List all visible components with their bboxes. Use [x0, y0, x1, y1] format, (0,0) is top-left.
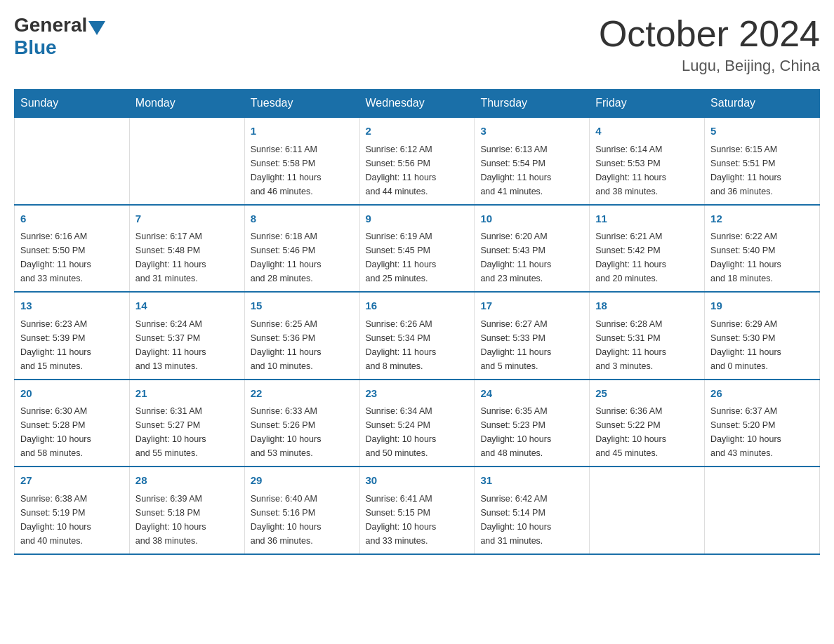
day-info: Sunrise: 6:12 AMSunset: 5:56 PMDaylight:…: [366, 142, 469, 199]
day-info: Sunrise: 6:31 AMSunset: 5:27 PMDaylight:…: [135, 404, 239, 460]
day-info: Sunrise: 6:27 AMSunset: 5:33 PMDaylight:…: [480, 317, 583, 373]
calendar-cell: 13Sunrise: 6:23 AMSunset: 5:39 PMDayligh…: [15, 292, 130, 380]
logo-general-text: General: [14, 14, 87, 36]
day-info: Sunrise: 6:22 AMSunset: 5:40 PMDaylight:…: [710, 229, 814, 286]
calendar-week-row: 13Sunrise: 6:23 AMSunset: 5:39 PMDayligh…: [15, 292, 820, 380]
calendar-cell: 17Sunrise: 6:27 AMSunset: 5:33 PMDayligh…: [475, 292, 590, 380]
calendar-cell: 27Sunrise: 6:38 AMSunset: 5:19 PMDayligh…: [15, 467, 130, 554]
day-info: Sunrise: 6:29 AMSunset: 5:30 PMDaylight:…: [710, 317, 814, 373]
day-info: Sunrise: 6:15 AMSunset: 5:51 PMDaylight:…: [710, 142, 814, 199]
calendar-cell: 7Sunrise: 6:17 AMSunset: 5:48 PMDaylight…: [129, 205, 244, 293]
day-info: Sunrise: 6:39 AMSunset: 5:18 PMDaylight:…: [135, 492, 239, 548]
day-number: 11: [595, 211, 699, 227]
logo-blue-text: Blue: [14, 36, 57, 59]
day-info: Sunrise: 6:26 AMSunset: 5:34 PMDaylight:…: [366, 317, 469, 373]
page-header: General Blue October 2024 Lugu, Beijing,…: [14, 14, 820, 75]
calendar-cell: 14Sunrise: 6:24 AMSunset: 5:37 PMDayligh…: [129, 292, 244, 380]
day-info: Sunrise: 6:11 AMSunset: 5:58 PMDaylight:…: [251, 142, 354, 199]
day-info: Sunrise: 6:35 AMSunset: 5:23 PMDaylight:…: [480, 404, 583, 460]
day-info: Sunrise: 6:17 AMSunset: 5:48 PMDaylight:…: [135, 229, 239, 286]
day-info: Sunrise: 6:18 AMSunset: 5:46 PMDaylight:…: [251, 229, 354, 286]
calendar-week-row: 20Sunrise: 6:30 AMSunset: 5:28 PMDayligh…: [15, 380, 820, 467]
calendar-cell: 26Sunrise: 6:37 AMSunset: 5:20 PMDayligh…: [705, 380, 820, 467]
day-number: 8: [251, 211, 354, 227]
calendar-cell: 3Sunrise: 6:13 AMSunset: 5:54 PMDaylight…: [475, 117, 590, 205]
calendar-cell: 9Sunrise: 6:19 AMSunset: 5:45 PMDaylight…: [359, 205, 475, 293]
day-number: 29: [251, 473, 354, 489]
main-title: October 2024: [599, 14, 820, 54]
day-info: Sunrise: 6:16 AMSunset: 5:50 PMDaylight:…: [20, 229, 124, 286]
day-number: 20: [20, 386, 124, 402]
calendar-cell: 21Sunrise: 6:31 AMSunset: 5:27 PMDayligh…: [129, 380, 244, 467]
day-number: 30: [366, 473, 469, 489]
calendar-week-row: 27Sunrise: 6:38 AMSunset: 5:19 PMDayligh…: [15, 467, 820, 554]
day-info: Sunrise: 6:28 AMSunset: 5:31 PMDaylight:…: [595, 317, 699, 373]
day-info: Sunrise: 6:40 AMSunset: 5:16 PMDaylight:…: [251, 492, 354, 548]
day-number: 6: [20, 211, 124, 227]
calendar-cell: 15Sunrise: 6:25 AMSunset: 5:36 PMDayligh…: [244, 292, 359, 380]
day-number: 21: [135, 386, 239, 402]
day-info: Sunrise: 6:41 AMSunset: 5:15 PMDaylight:…: [366, 492, 469, 548]
calendar-header-saturday: Saturday: [705, 90, 820, 118]
calendar-table: SundayMondayTuesdayWednesdayThursdayFrid…: [14, 89, 820, 555]
calendar-cell: 18Sunrise: 6:28 AMSunset: 5:31 PMDayligh…: [590, 292, 705, 380]
calendar-cell: 8Sunrise: 6:18 AMSunset: 5:46 PMDaylight…: [244, 205, 359, 293]
day-number: 3: [480, 123, 583, 140]
calendar-header-row: SundayMondayTuesdayWednesdayThursdayFrid…: [15, 90, 820, 118]
calendar-cell: 4Sunrise: 6:14 AMSunset: 5:53 PMDaylight…: [590, 117, 705, 205]
day-info: Sunrise: 6:33 AMSunset: 5:26 PMDaylight:…: [251, 404, 354, 460]
day-number: 25: [595, 386, 699, 402]
day-info: Sunrise: 6:13 AMSunset: 5:54 PMDaylight:…: [480, 142, 583, 199]
day-number: 12: [710, 211, 814, 227]
calendar-cell: 16Sunrise: 6:26 AMSunset: 5:34 PMDayligh…: [359, 292, 475, 380]
day-info: Sunrise: 6:21 AMSunset: 5:42 PMDaylight:…: [595, 229, 699, 286]
day-number: 7: [135, 211, 239, 227]
calendar-cell: [129, 117, 244, 205]
day-number: 10: [480, 211, 583, 227]
calendar-cell: 2Sunrise: 6:12 AMSunset: 5:56 PMDaylight…: [359, 117, 475, 205]
day-number: 17: [480, 298, 583, 314]
day-number: 1: [251, 123, 354, 140]
subtitle: Lugu, Beijing, China: [599, 57, 820, 75]
day-info: Sunrise: 6:30 AMSunset: 5:28 PMDaylight:…: [20, 404, 124, 460]
calendar-header-wednesday: Wednesday: [359, 90, 475, 118]
calendar-cell: 23Sunrise: 6:34 AMSunset: 5:24 PMDayligh…: [359, 380, 475, 467]
day-number: 26: [710, 386, 814, 402]
calendar-cell: 28Sunrise: 6:39 AMSunset: 5:18 PMDayligh…: [129, 467, 244, 554]
day-number: 13: [20, 298, 124, 314]
calendar-cell: 25Sunrise: 6:36 AMSunset: 5:22 PMDayligh…: [590, 380, 705, 467]
calendar-cell: 31Sunrise: 6:42 AMSunset: 5:14 PMDayligh…: [475, 467, 590, 554]
day-info: Sunrise: 6:25 AMSunset: 5:36 PMDaylight:…: [251, 317, 354, 373]
day-number: 5: [710, 123, 814, 140]
day-number: 16: [366, 298, 469, 314]
day-number: 28: [135, 473, 239, 489]
day-number: 9: [366, 211, 469, 227]
day-info: Sunrise: 6:14 AMSunset: 5:53 PMDaylight:…: [595, 142, 699, 199]
calendar-cell: [590, 467, 705, 554]
day-number: 2: [366, 123, 469, 140]
calendar-cell: 12Sunrise: 6:22 AMSunset: 5:40 PMDayligh…: [705, 205, 820, 293]
day-number: 23: [366, 386, 469, 402]
calendar-header-sunday: Sunday: [15, 90, 130, 118]
calendar-cell: 5Sunrise: 6:15 AMSunset: 5:51 PMDaylight…: [705, 117, 820, 205]
day-number: 14: [135, 298, 239, 314]
day-number: 18: [595, 298, 699, 314]
day-info: Sunrise: 6:36 AMSunset: 5:22 PMDaylight:…: [595, 404, 699, 460]
calendar-cell: 19Sunrise: 6:29 AMSunset: 5:30 PMDayligh…: [705, 292, 820, 380]
calendar-cell: 22Sunrise: 6:33 AMSunset: 5:26 PMDayligh…: [244, 380, 359, 467]
logo: General Blue: [14, 14, 107, 59]
day-info: Sunrise: 6:37 AMSunset: 5:20 PMDaylight:…: [710, 404, 814, 460]
day-number: 31: [480, 473, 583, 489]
calendar-cell: 11Sunrise: 6:21 AMSunset: 5:42 PMDayligh…: [590, 205, 705, 293]
day-number: 24: [480, 386, 583, 402]
day-number: 22: [251, 386, 354, 402]
day-info: Sunrise: 6:20 AMSunset: 5:43 PMDaylight:…: [480, 229, 583, 286]
calendar-cell: 20Sunrise: 6:30 AMSunset: 5:28 PMDayligh…: [15, 380, 130, 467]
day-info: Sunrise: 6:19 AMSunset: 5:45 PMDaylight:…: [366, 229, 469, 286]
day-number: 15: [251, 298, 354, 314]
day-info: Sunrise: 6:38 AMSunset: 5:19 PMDaylight:…: [20, 492, 124, 548]
day-number: 4: [595, 123, 699, 140]
day-info: Sunrise: 6:24 AMSunset: 5:37 PMDaylight:…: [135, 317, 239, 373]
calendar-cell: 6Sunrise: 6:16 AMSunset: 5:50 PMDaylight…: [15, 205, 130, 293]
calendar-cell: 30Sunrise: 6:41 AMSunset: 5:15 PMDayligh…: [359, 467, 475, 554]
